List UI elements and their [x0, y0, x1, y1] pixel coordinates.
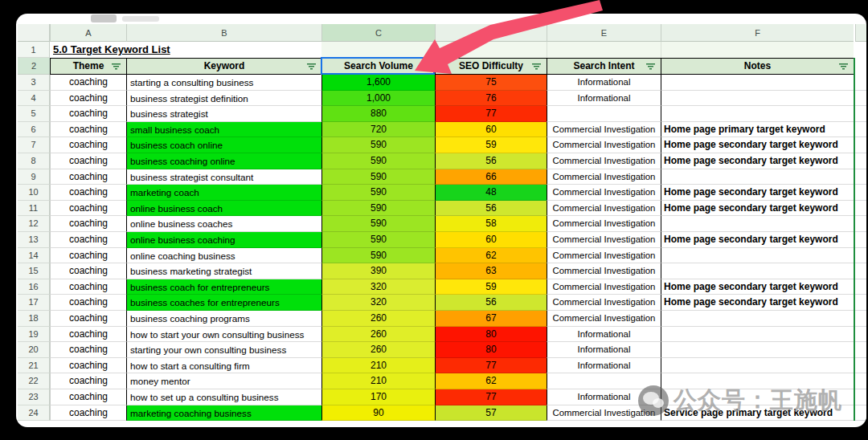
row-number[interactable]: 15 — [18, 263, 50, 279]
search-volume-cell[interactable]: 590 — [321, 169, 435, 185]
keyword-cell[interactable]: business coaching online — [126, 153, 321, 169]
keyword-cell[interactable]: business strategist — [126, 106, 321, 122]
search-intent-cell[interactable]: Commercial Investigation — [547, 169, 661, 185]
theme-cell[interactable]: coaching — [50, 137, 126, 153]
keyword-cell[interactable]: business coaches for entrepreneurs — [126, 295, 321, 311]
search-intent-cell[interactable] — [547, 373, 661, 389]
seo-difficulty-cell[interactable]: 77 — [435, 358, 547, 374]
row-number[interactable]: 18 — [18, 311, 50, 327]
seo-difficulty-cell[interactable]: 48 — [435, 185, 547, 201]
row-number[interactable]: 10 — [18, 185, 50, 201]
search-intent-cell[interactable]: Commercial Investigation — [547, 153, 661, 169]
search-intent-cell[interactable]: Commercial Investigation — [547, 295, 661, 311]
notes-cell[interactable] — [661, 342, 854, 358]
search-intent-cell[interactable]: Informational — [547, 75, 661, 91]
keyword-cell[interactable]: how to start a consulting firm — [126, 358, 321, 374]
notes-cell[interactable] — [661, 106, 854, 122]
row-number[interactable]: 6 — [18, 122, 50, 138]
notes-cell[interactable]: Home page secondary target keyword — [661, 185, 854, 201]
row-number[interactable]: 5 — [18, 106, 50, 122]
notes-cell[interactable] — [661, 169, 854, 185]
search-intent-cell[interactable]: Informational — [547, 389, 661, 405]
keyword-cell[interactable]: starting your own consulting business — [126, 342, 321, 358]
search-intent-cell[interactable]: Commercial Investigation — [547, 232, 661, 248]
seo-difficulty-cell[interactable]: 56 — [435, 295, 547, 311]
notes-cell[interactable]: Home page secondary target keyword — [661, 153, 854, 169]
keyword-cell[interactable]: how to start your own consulting busines… — [126, 327, 321, 343]
row-number[interactable]: 23 — [18, 389, 50, 405]
notes-cell[interactable] — [661, 75, 854, 91]
search-volume-cell[interactable]: 210 — [321, 373, 435, 389]
row-number[interactable]: 22 — [18, 373, 50, 389]
search-intent-cell[interactable]: Commercial Investigation — [547, 311, 661, 327]
notes-cell[interactable] — [661, 327, 854, 343]
notes-cell[interactable]: Home page secondary target keyword — [661, 137, 854, 153]
keyword-cell[interactable]: business coaching programs — [126, 311, 321, 327]
seo-difficulty-cell[interactable]: 62 — [435, 373, 547, 389]
row-number[interactable]: 21 — [18, 358, 50, 374]
theme-cell[interactable]: coaching — [50, 201, 126, 217]
row-number[interactable]: 8 — [18, 153, 50, 169]
search-intent-cell[interactable]: Commercial Investigation — [547, 248, 661, 264]
search-volume-cell[interactable]: 880 — [321, 106, 435, 122]
row-number[interactable]: 4 — [18, 91, 50, 107]
search-volume-cell[interactable]: 260 — [321, 327, 435, 343]
row-number[interactable]: 9 — [18, 169, 50, 185]
theme-cell[interactable]: coaching — [50, 311, 126, 327]
search-volume-cell[interactable]: 320 — [321, 279, 435, 295]
theme-cell[interactable]: coaching — [50, 295, 126, 311]
notes-cell[interactable] — [661, 263, 854, 279]
theme-cell[interactable]: coaching — [50, 169, 126, 185]
seo-difficulty-cell[interactable]: 59 — [435, 279, 547, 295]
keyword-cell[interactable]: business strategist definition — [126, 91, 321, 107]
search-intent-cell[interactable]: Commercial Investigation — [547, 185, 661, 201]
keyword-cell[interactable]: online coaching business — [126, 248, 321, 264]
seo-difficulty-cell[interactable]: 56 — [435, 201, 547, 217]
search-volume-cell[interactable]: 90 — [321, 405, 435, 422]
seo-difficulty-cell[interactable]: 58 — [435, 216, 547, 232]
notes-cell[interactable]: Home page secondary target keyword — [661, 295, 854, 311]
row-number[interactable]: 20 — [18, 342, 50, 358]
theme-cell[interactable]: coaching — [50, 342, 126, 358]
search-intent-cell[interactable]: Commercial Investigation — [547, 201, 661, 217]
theme-cell[interactable]: coaching — [50, 153, 126, 169]
theme-cell[interactable]: coaching — [50, 185, 126, 201]
row-number[interactable]: 3 — [18, 75, 50, 91]
keyword-cell[interactable]: business strategist consultant — [126, 169, 321, 185]
search-intent-cell[interactable]: Commercial Investigation — [547, 263, 661, 279]
seo-difficulty-cell[interactable]: 75 — [435, 75, 547, 91]
theme-cell[interactable]: coaching — [50, 358, 126, 374]
search-intent-cell[interactable]: Informational — [547, 342, 661, 358]
theme-cell[interactable]: coaching — [50, 106, 126, 122]
notes-cell[interactable] — [661, 389, 854, 405]
search-volume-cell[interactable]: 590 — [321, 185, 435, 201]
search-volume-cell[interactable]: 390 — [321, 263, 435, 279]
row-number[interactable]: 16 — [18, 279, 50, 295]
seo-difficulty-cell[interactable]: 56 — [435, 153, 547, 169]
notes-cell[interactable] — [661, 311, 854, 327]
search-volume-cell[interactable]: 590 — [321, 201, 435, 217]
search-intent-cell[interactable]: Informational — [547, 358, 661, 374]
notes-cell[interactable]: Home page secondary target keyword — [661, 279, 854, 295]
seo-difficulty-cell[interactable]: 63 — [435, 263, 547, 279]
search-intent-cell[interactable]: Commercial Investigation — [547, 216, 661, 232]
search-volume-cell[interactable]: 590 — [321, 216, 435, 232]
keyword-cell[interactable]: money mentor — [126, 373, 321, 389]
keyword-cell[interactable]: small business coach — [126, 122, 321, 138]
row-number[interactable]: 17 — [18, 295, 50, 311]
seo-difficulty-cell[interactable]: 67 — [435, 311, 547, 327]
keyword-cell[interactable]: marketing coaching business — [126, 405, 321, 422]
theme-cell[interactable]: coaching — [50, 91, 126, 107]
theme-cell[interactable]: coaching — [50, 389, 126, 405]
keyword-cell[interactable]: business coach online — [126, 137, 321, 153]
search-volume-cell[interactable]: 260 — [321, 342, 435, 358]
keyword-cell[interactable]: business coach for entrepreneurs — [126, 279, 321, 295]
search-intent-cell[interactable]: Informational — [547, 327, 661, 343]
theme-cell[interactable]: coaching — [50, 279, 126, 295]
seo-difficulty-cell[interactable]: 59 — [435, 137, 547, 153]
theme-cell[interactable]: coaching — [50, 75, 126, 91]
search-volume-cell[interactable]: 590 — [321, 153, 435, 169]
theme-cell[interactable]: coaching — [50, 263, 126, 279]
seo-difficulty-cell[interactable]: 80 — [435, 327, 547, 343]
keyword-cell[interactable]: starting a consulting business — [126, 75, 321, 91]
